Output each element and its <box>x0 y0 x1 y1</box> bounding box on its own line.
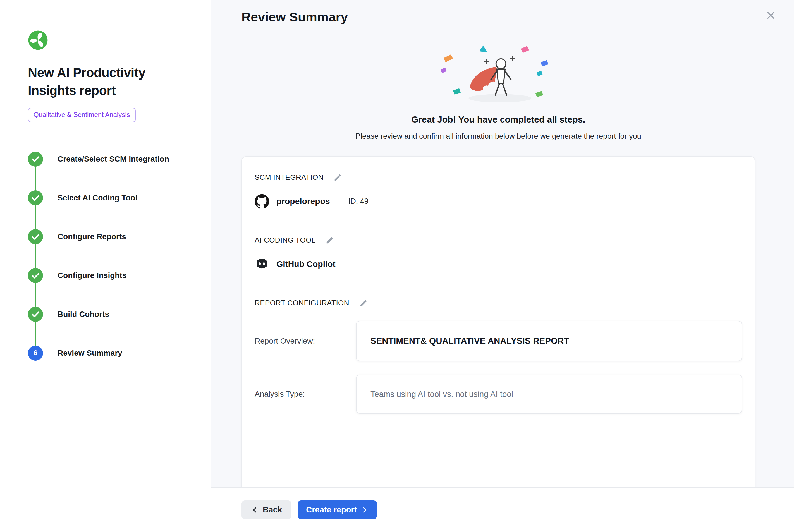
step-select-ai-coding-tool[interactable]: Select AI Coding Tool <box>28 178 195 217</box>
scm-section-label: SCM INTEGRATION <box>254 173 324 182</box>
step-label: Create/Select SCM integration <box>57 155 169 164</box>
check-icon <box>28 229 43 244</box>
congrats-title: Great Job! You have completed all steps. <box>242 114 755 125</box>
celebration-illustration <box>438 42 559 106</box>
step-label: Configure Insights <box>57 271 127 280</box>
tool-section-label: AI CODING TOOL <box>254 236 316 245</box>
summary-card: SCM INTEGRATION propelorepos ID: 49 AI C… <box>242 156 755 508</box>
analysis-type-value: Teams using AI tool vs. not using AI too… <box>371 390 513 399</box>
create-report-button[interactable]: Create report <box>298 500 377 519</box>
step-label: Review Summary <box>57 349 122 358</box>
report-title: New AI Productivity Insights report <box>28 64 195 99</box>
step-label: Configure Reports <box>57 232 126 241</box>
back-button[interactable]: Back <box>242 500 291 519</box>
analysis-type-value-box: Teams using AI tool vs. not using AI too… <box>356 375 742 414</box>
step-configure-insights[interactable]: Configure Insights <box>28 256 195 295</box>
github-icon <box>254 194 269 209</box>
divider <box>254 221 742 221</box>
step-label: Build Cohorts <box>57 310 109 319</box>
step-number-badge: 6 <box>28 345 43 361</box>
report-overview-label: Report Overview: <box>254 337 356 345</box>
check-icon <box>28 268 43 283</box>
check-icon <box>28 190 43 205</box>
stepper: Create/Select SCM integration Select AI … <box>28 139 195 372</box>
check-icon <box>28 152 43 167</box>
divider <box>254 437 742 437</box>
step-build-cohorts[interactable]: Build Cohorts <box>28 295 195 334</box>
page-title: Review Summary <box>242 10 755 24</box>
close-icon[interactable] <box>765 10 777 21</box>
create-report-button-label: Create report <box>306 505 357 514</box>
divider <box>254 284 742 284</box>
step-configure-reports[interactable]: Configure Reports <box>28 217 195 256</box>
chevron-right-icon <box>361 506 368 514</box>
report-overview-value: SENTIMENT& QUALITATIVE ANALYSIS REPORT <box>371 336 569 346</box>
wizard-footer: Back Create report <box>211 487 794 532</box>
back-button-label: Back <box>263 505 282 514</box>
main-panel: Review Summary <box>211 0 794 532</box>
copilot-icon <box>254 257 269 271</box>
app-window: New AI Productivity Insights report Qual… <box>0 0 794 532</box>
analysis-type-label: Analysis Type: <box>254 390 356 399</box>
report-config-section-label: REPORT CONFIGURATION <box>254 299 349 307</box>
step-label: Select AI Coding Tool <box>57 193 137 202</box>
step-review-summary[interactable]: 6 Review Summary <box>28 334 195 372</box>
check-icon <box>28 307 43 322</box>
edit-scm-icon[interactable] <box>334 173 342 182</box>
tool-name: GitHub Copilot <box>277 259 336 269</box>
report-overview-value-box: SENTIMENT& QUALITATIVE ANALYSIS REPORT <box>356 321 742 361</box>
step-create-select-scm-integration[interactable]: Create/Select SCM integration <box>28 139 195 178</box>
edit-tool-icon[interactable] <box>325 236 334 245</box>
sidebar: New AI Productivity Insights report Qual… <box>0 0 211 532</box>
edit-report-config-icon[interactable] <box>359 299 368 307</box>
congrats-subtitle: Please review and confirm all informatio… <box>242 132 755 141</box>
propeller-logo <box>28 30 195 51</box>
scm-repo-name: propelorepos <box>277 196 330 206</box>
report-type-badge: Qualitative & Sentiment Analysis <box>28 108 136 122</box>
scm-repo-id: ID: 49 <box>348 197 368 206</box>
chevron-left-icon <box>251 506 259 514</box>
